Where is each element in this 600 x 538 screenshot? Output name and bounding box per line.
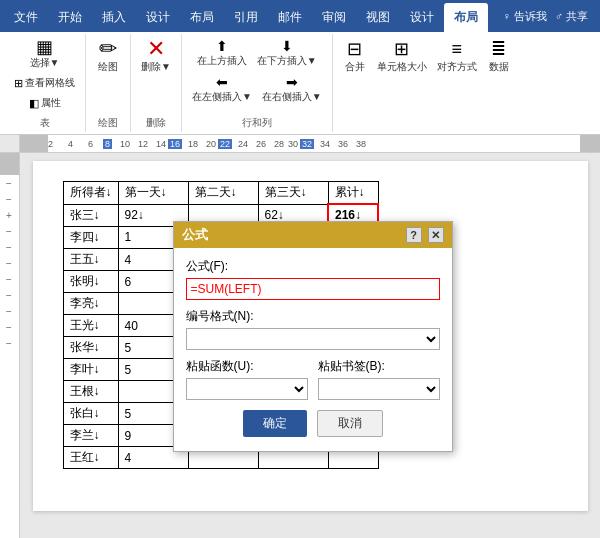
tab-design[interactable]: 设计 <box>136 3 180 32</box>
table-cell[interactable]: 王五↓ <box>63 249 118 271</box>
merge-row1: ⊟ 合并 ⊞ 单元格大小 ≡ 对齐方式 ≣ 数据 <box>339 36 515 76</box>
dialog-two-col: 粘贴函数(U): 粘贴书签(B): <box>186 358 440 400</box>
dialog-question-btn[interactable]: ? <box>406 227 422 243</box>
tab-layout1[interactable]: 布局 <box>180 3 224 32</box>
table-cell[interactable]: 第一天↓ <box>118 182 188 205</box>
dialog-body: 公式(F): 编号格式(N): <box>174 248 452 451</box>
tab-reference[interactable]: 引用 <box>224 3 268 32</box>
sidebar-marker-minus4: − <box>0 239 18 255</box>
cancel-button[interactable]: 取消 <box>317 410 383 437</box>
table-cell[interactable]: 王红↓ <box>63 447 118 469</box>
dialog-controls: ? ✕ <box>406 227 444 243</box>
dialog-footer: 确定 取消 <box>186 410 440 441</box>
data-label: 数据 <box>489 60 509 74</box>
tell-me-btn[interactable]: ♀ 告诉我 <box>502 9 546 24</box>
table-cell[interactable]: 第二天↓ <box>188 182 258 205</box>
ok-button[interactable]: 确定 <box>243 410 307 437</box>
table-cell[interactable]: 张华↓ <box>63 337 118 359</box>
formula-input[interactable] <box>186 278 440 300</box>
tab-mail[interactable]: 邮件 <box>268 3 312 32</box>
tab-design2[interactable]: 设计 <box>400 3 444 32</box>
sidebar-marker-minus10: − <box>0 335 18 351</box>
formula-input-wrap <box>186 278 440 300</box>
toolbar-row-table3: ◧ 属性 <box>25 94 65 112</box>
cell-size-label: 单元格大小 <box>377 60 427 74</box>
gridlines-label: 查看网格线 <box>25 76 75 90</box>
merge-label: 合并 <box>345 60 365 74</box>
merge-btn[interactable]: ⊟ 合并 <box>339 36 371 76</box>
insert-left-icon: ⬅ <box>216 74 228 90</box>
draw-btn[interactable]: ✏ 绘图 <box>92 36 124 76</box>
paste-function-select[interactable] <box>186 378 308 400</box>
table-cell[interactable]: 李叶↓ <box>63 359 118 381</box>
table-cell[interactable]: 李兰↓ <box>63 425 118 447</box>
tab-view[interactable]: 视图 <box>356 3 400 32</box>
table-cell[interactable]: 王根↓ <box>63 381 118 403</box>
delete-btn[interactable]: ✕ 删除▼ <box>137 36 175 76</box>
rowcol-group-label: 行和列 <box>242 114 272 130</box>
data-btn[interactable]: ≣ 数据 <box>483 36 515 76</box>
table-cell[interactable]: 所得者↓ <box>63 182 118 205</box>
sidebar-marker-minus3: − <box>0 223 18 239</box>
toolbar-row-table: ▦ 选择▼ <box>26 36 64 72</box>
table-group-label: 表 <box>40 114 50 130</box>
share-btn[interactable]: ♂ 共享 <box>555 9 588 24</box>
toolbar-row-table2: ⊞ 查看网格线 <box>10 74 79 92</box>
tab-review[interactable]: 审阅 <box>312 3 356 32</box>
table-row: 所得者↓ 第一天↓ 第二天↓ 第三天↓ 累计↓ <box>63 182 378 205</box>
cell-size-icon: ⊞ <box>394 38 409 60</box>
gridlines-btn[interactable]: ⊞ 查看网格线 <box>10 74 79 92</box>
sidebar-marker-minus5: − <box>0 255 18 271</box>
insert-below-label: 在下方插入▼ <box>257 54 317 68</box>
tab-file[interactable]: 文件 <box>4 3 48 32</box>
paste-function-col: 粘贴函数(U): <box>186 358 308 400</box>
delete-group-label: 删除 <box>146 114 166 130</box>
dialog-close-btn[interactable]: ✕ <box>428 227 444 243</box>
insert-left-btn[interactable]: ⬅ 在左侧插入▼ <box>188 72 256 106</box>
sidebar-marker-plus[interactable]: + <box>0 207 18 223</box>
toolbar-group-merge: ⊟ 合并 ⊞ 单元格大小 ≡ 对齐方式 ≣ 数据 <box>333 34 521 132</box>
formula-label: 公式(F): <box>186 258 440 275</box>
tab-layout2[interactable]: 布局 <box>444 3 488 32</box>
table-cell[interactable]: 第三天↓ <box>258 182 328 205</box>
formula-row: 公式(F): <box>186 258 440 300</box>
delete-icon: ✕ <box>147 38 165 60</box>
table-cell[interactable]: 李亮↓ <box>63 293 118 315</box>
sidebar-marker-minus2: − <box>0 191 18 207</box>
align-btn[interactable]: ≡ 对齐方式 <box>433 37 481 76</box>
formula-dialog: 公式 ? ✕ 公式(F): <box>173 221 453 452</box>
select-label: 选择▼ <box>30 56 60 70</box>
table-cell[interactable]: 张三↓ <box>63 204 118 226</box>
format-select[interactable] <box>186 328 440 350</box>
table-cell[interactable]: 张明↓ <box>63 271 118 293</box>
table-cell[interactable]: 王光↓ <box>63 315 118 337</box>
tab-start[interactable]: 开始 <box>48 3 92 32</box>
ribbon-tabs: 文件 开始 插入 设计 布局 引用 邮件 审阅 视图 设计 布局 <box>0 0 492 32</box>
insert-right-btn[interactable]: ➡ 在右侧插入▼ <box>258 72 326 106</box>
ribbon-right: ♀ 告诉我 ♂ 共享 <box>502 9 600 24</box>
cell-size-btn[interactable]: ⊞ 单元格大小 <box>373 36 431 76</box>
insert-below-btn[interactable]: ⬇ 在下方插入▼ <box>253 36 321 70</box>
paste-function-label: 粘贴函数(U): <box>186 358 308 375</box>
sidebar-marker-minus1: − <box>0 175 18 191</box>
table-cell[interactable]: 李四↓ <box>63 226 118 249</box>
table-cell[interactable]: 累计↓ <box>328 182 378 205</box>
tab-insert[interactable]: 插入 <box>92 3 136 32</box>
draw-group-label: 绘图 <box>98 114 118 130</box>
format-row: 编号格式(N): <box>186 308 440 350</box>
format-label: 编号格式(N): <box>186 308 440 325</box>
doc-content: 所得者↓ 第一天↓ 第二天↓ 第三天↓ 累计↓ 张三↓ 92↓ 62↓ 216↓… <box>20 153 600 538</box>
props-icon: ◧ <box>29 97 39 110</box>
page: 所得者↓ 第一天↓ 第二天↓ 第三天↓ 累计↓ 张三↓ 92↓ 62↓ 216↓… <box>33 161 588 511</box>
rowcol-row1: ⬆ 在上方插入 ⬇ 在下方插入▼ <box>193 36 321 70</box>
insert-left-label: 在左侧插入▼ <box>192 90 252 104</box>
insert-above-btn[interactable]: ⬆ 在上方插入 <box>193 36 251 70</box>
gridlines-icon: ⊞ <box>14 77 23 90</box>
props-btn[interactable]: ◧ 属性 <box>25 94 65 112</box>
select-btn[interactable]: ▦ 选择▼ <box>26 36 64 72</box>
table-cell[interactable]: 张白↓ <box>63 403 118 425</box>
paste-bookmark-select[interactable] <box>318 378 440 400</box>
delete-label: 删除▼ <box>141 60 171 74</box>
toolbar-group-draw: ✏ 绘图 绘图 <box>86 34 131 132</box>
insert-right-label: 在右侧插入▼ <box>262 90 322 104</box>
